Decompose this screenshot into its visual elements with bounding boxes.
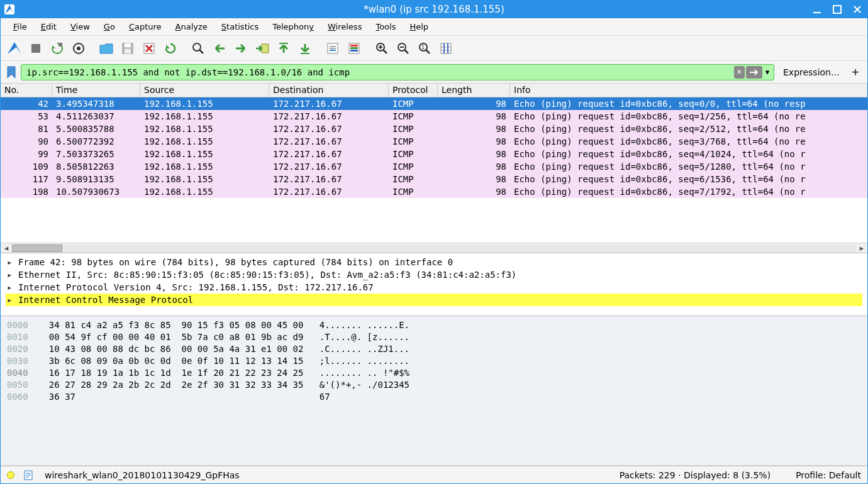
menu-help[interactable]: Help — [403, 20, 435, 33]
expander-icon[interactable]: ▸ — [7, 270, 13, 280]
display-filter-input[interactable] — [25, 67, 733, 78]
menu-view[interactable]: View — [64, 20, 96, 33]
col-header-source[interactable]: Source — [140, 84, 269, 97]
auto-scroll-button[interactable] — [323, 39, 343, 58]
packet-cell: 98 — [438, 162, 510, 172]
zoom-reset-button[interactable]: 1 — [415, 39, 435, 58]
scroll-right-button[interactable]: ▸ — [856, 243, 867, 253]
packet-cell: 192.168.1.155 — [140, 111, 269, 121]
capture-file-properties-icon[interactable] — [23, 470, 33, 480]
menu-analyze[interactable]: Analyze — [169, 20, 214, 33]
col-header-length[interactable]: Length — [438, 84, 510, 97]
close-file-button[interactable] — [139, 39, 159, 58]
packet-cell: 172.217.16.67 — [269, 149, 389, 159]
minimize-button[interactable] — [811, 3, 823, 16]
capture-options-button[interactable] — [69, 39, 89, 58]
reload-button[interactable] — [160, 39, 181, 58]
packet-details-pane[interactable]: ▸Frame 42: 98 bytes on wire (784 bits), … — [1, 253, 867, 316]
clear-filter-button[interactable]: ✕ — [734, 66, 745, 79]
hex-line[interactable]: 0010 00 54 9f cf 00 00 40 01 5b 7a c0 a8… — [7, 332, 861, 344]
filter-history-dropdown[interactable]: ▾ — [762, 66, 772, 79]
packet-row[interactable]: 815.500835788192.168.1.155172.217.16.67I… — [1, 123, 867, 135]
menu-file[interactable]: File — [7, 20, 33, 33]
packet-row[interactable]: 1179.508913135192.168.1.155172.217.16.67… — [1, 173, 867, 185]
packet-row[interactable]: 423.495347318192.168.1.155172.217.16.67I… — [1, 97, 867, 110]
scroll-left-button[interactable]: ◂ — [1, 243, 12, 253]
hex-bytes: 00 54 9f cf 00 00 40 01 5b 7a c0 a8 01 9… — [38, 332, 320, 342]
details-tree-row[interactable]: ▸Ethernet II, Src: 8c:85:90:15:f3:05 (8c… — [6, 268, 862, 281]
horizontal-scrollbar[interactable]: ◂ ▸ — [1, 243, 867, 253]
colorize-button[interactable] — [344, 39, 364, 58]
svg-text:1: 1 — [421, 45, 425, 50]
go-first-button[interactable] — [274, 39, 294, 58]
col-header-destination[interactable]: Destination — [269, 84, 389, 97]
packet-row[interactable]: 906.500772392192.168.1.155172.217.16.67I… — [1, 135, 867, 148]
menu-tools[interactable]: Tools — [369, 20, 402, 33]
resize-columns-button[interactable] — [436, 39, 456, 58]
hex-line[interactable]: 0030 3b 6c 08 09 0a 0b 0c 0d 0e 0f 10 11… — [7, 356, 861, 368]
close-button[interactable] — [851, 3, 864, 16]
packet-cell: 3.495347318 — [52, 99, 140, 109]
menu-statistics[interactable]: Statistics — [215, 20, 265, 33]
packet-cell: Echo (ping) request id=0xbc86, seq=6/153… — [510, 174, 867, 184]
hex-line[interactable]: 0050 26 27 28 29 2a 2b 2c 2d 2e 2f 30 31… — [7, 380, 861, 392]
go-back-button[interactable] — [209, 39, 230, 58]
open-file-button[interactable] — [96, 39, 116, 58]
menu-wireless[interactable]: Wireless — [321, 20, 368, 33]
menu-capture[interactable]: Capture — [123, 20, 168, 33]
packet-row[interactable]: 997.503373265192.168.1.155172.217.16.67I… — [1, 148, 867, 160]
packet-cell: Echo (ping) request id=0xbc86, seq=7/179… — [510, 187, 867, 197]
details-tree-row[interactable]: ▸Internet Protocol Version 4, Src: 192.1… — [6, 281, 862, 294]
expert-info-led[interactable] — [7, 471, 14, 479]
packet-cell: Echo (ping) request id=0xbc86, seq=2/512… — [510, 124, 867, 134]
hex-line[interactable]: 0020 10 43 08 00 88 dc bc 86 00 00 5a 4a… — [7, 344, 861, 356]
packet-cell: Echo (ping) request id=0xbc86, seq=5/128… — [510, 162, 867, 172]
packet-list-body[interactable]: 423.495347318192.168.1.155172.217.16.67I… — [1, 97, 867, 243]
svg-line-32 — [404, 50, 408, 53]
restart-capture-button[interactable] — [47, 39, 67, 58]
details-tree-label: Ethernet II, Src: 8c:85:90:15:f3:05 (8c:… — [18, 270, 516, 280]
col-header-no[interactable]: No. — [1, 84, 52, 97]
menu-edit[interactable]: Edit — [35, 20, 63, 33]
stop-capture-button[interactable] — [26, 39, 46, 58]
hex-line[interactable]: 0060 36 37 67 — [7, 392, 861, 404]
apply-filter-button[interactable] — [746, 66, 762, 79]
expression-button[interactable]: Expression… — [778, 65, 845, 79]
status-profile[interactable]: Profile: Default — [796, 470, 861, 480]
go-forward-button[interactable] — [231, 39, 251, 58]
hex-bytes: 26 27 28 29 2a 2b 2c 2d 2e 2f 30 31 32 3… — [38, 380, 320, 390]
packet-row[interactable]: 534.511263037192.168.1.155172.217.16.67I… — [1, 110, 867, 123]
hex-ascii: &'()*+,- ./012345 — [320, 380, 409, 390]
hex-line[interactable]: 0040 16 17 18 19 1a 1b 1c 1d 1e 1f 20 21… — [7, 368, 861, 380]
go-last-button[interactable] — [295, 39, 315, 58]
menu-telephony[interactable]: Telephony — [266, 20, 320, 33]
hex-line[interactable]: 0000 34 81 c4 a2 a5 f3 8c 85 90 15 f3 05… — [7, 320, 861, 332]
expander-icon[interactable]: ▸ — [7, 257, 13, 267]
expander-icon[interactable]: ▸ — [7, 282, 13, 292]
shark-fin-icon[interactable] — [4, 39, 25, 58]
bookmark-icon[interactable] — [6, 65, 17, 80]
packet-cell: Echo (ping) request id=0xbc86, seq=4/102… — [510, 149, 867, 159]
menu-go[interactable]: Go — [97, 20, 121, 33]
packet-row[interactable]: 1098.505812263192.168.1.155172.217.16.67… — [1, 160, 867, 173]
col-header-time[interactable]: Time — [52, 84, 140, 97]
details-tree-row[interactable]: ▸Frame 42: 98 bytes on wire (784 bits), … — [6, 256, 862, 268]
save-file-button[interactable] — [118, 39, 138, 58]
zoom-out-button[interactable] — [393, 39, 413, 58]
scroll-track[interactable] — [12, 245, 856, 252]
packet-row[interactable]: 19810.507930673192.168.1.155172.217.16.6… — [1, 185, 867, 198]
details-tree-row[interactable]: ▸Internet Control Message Protocol — [6, 294, 862, 306]
maximize-button[interactable] — [831, 3, 843, 16]
expander-icon[interactable]: ▸ — [7, 295, 13, 305]
hex-bytes: 3b 6c 08 09 0a 0b 0c 0d 0e 0f 10 11 12 1… — [38, 356, 320, 366]
go-to-packet-button[interactable] — [252, 39, 272, 58]
zoom-in-button[interactable] — [372, 39, 392, 58]
hex-offset: 0050 — [7, 380, 38, 390]
packet-bytes-pane[interactable]: 0000 34 81 c4 a2 a5 f3 8c 85 90 15 f3 05… — [1, 316, 867, 466]
svg-rect-16 — [262, 44, 269, 53]
col-header-protocol[interactable]: Protocol — [389, 84, 438, 97]
add-filter-button[interactable]: + — [849, 66, 862, 78]
find-packet-button[interactable] — [188, 39, 208, 58]
scroll-thumb[interactable] — [12, 245, 62, 252]
col-header-info[interactable]: Info — [510, 84, 867, 97]
